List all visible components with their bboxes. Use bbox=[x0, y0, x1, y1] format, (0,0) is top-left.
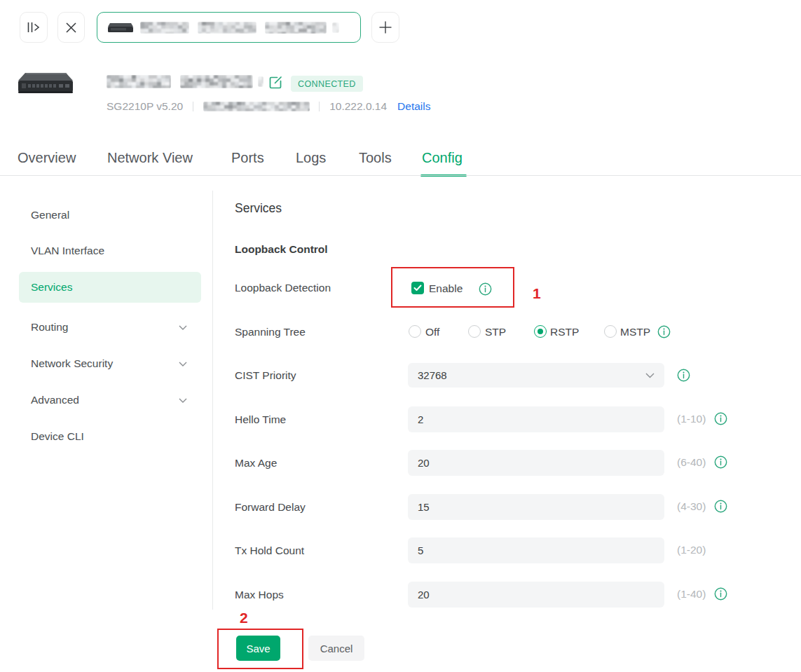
chevron-down-icon bbox=[645, 373, 655, 378]
cancel-button[interactable]: Cancel bbox=[308, 636, 364, 661]
radio-off[interactable] bbox=[409, 325, 421, 338]
tabs-divider bbox=[0, 175, 801, 176]
hello-time-range: (1-10) bbox=[677, 413, 706, 425]
radio-mstp-label[interactable]: MSTP bbox=[620, 326, 650, 338]
add-tab-button[interactable] bbox=[371, 12, 399, 43]
status-badge: CONNECTED bbox=[291, 76, 363, 92]
tx-hold-count-input[interactable]: 5 bbox=[408, 537, 664, 563]
radio-stp-label[interactable]: STP bbox=[485, 326, 506, 338]
details-link[interactable]: Details bbox=[397, 100, 430, 113]
tab-tools[interactable]: Tools bbox=[359, 150, 392, 166]
annotation-box-1 bbox=[391, 267, 514, 308]
max-age-info-icon[interactable] bbox=[714, 455, 727, 469]
annotation-step-2: 2 bbox=[240, 610, 248, 626]
cist-priority-label: CIST Priority bbox=[235, 369, 296, 382]
forward-delay-info-icon[interactable] bbox=[714, 500, 727, 513]
cist-priority-info-icon[interactable] bbox=[677, 369, 690, 382]
max-age-range: (6-40) bbox=[677, 456, 706, 469]
max-hops-info-icon[interactable] bbox=[714, 587, 727, 601]
edit-device-name-icon[interactable] bbox=[268, 75, 283, 90]
collapse-panel-icon bbox=[27, 22, 41, 33]
chevron-down-icon bbox=[179, 325, 187, 330]
max-hops-range: (1-40) bbox=[677, 588, 706, 601]
max-age-input[interactable]: 20 bbox=[408, 450, 664, 476]
collapse-panel-button[interactable] bbox=[20, 12, 48, 43]
radio-rstp[interactable] bbox=[534, 325, 547, 338]
sidebar-item-network-security[interactable]: Network Security bbox=[19, 348, 201, 379]
device-tab[interactable] bbox=[97, 12, 361, 43]
device-meta-line: SG2210P v5.20 10.222.0.14 Details bbox=[107, 100, 430, 113]
sidebar-item-services[interactable]: Services bbox=[19, 272, 201, 303]
radio-off-label[interactable]: Off bbox=[425, 326, 439, 338]
tab-network-view[interactable]: Network View bbox=[107, 150, 193, 166]
spanning-tree-info-icon[interactable] bbox=[657, 325, 671, 338]
forward-delay-input[interactable]: 15 bbox=[408, 494, 664, 520]
device-ip: 10.222.0.14 bbox=[329, 100, 387, 113]
annotation-step-1: 1 bbox=[533, 285, 541, 302]
close-tab-button[interactable] bbox=[57, 12, 85, 43]
forward-delay-label: Forward Delay bbox=[235, 501, 306, 514]
loopback-detection-label: Loopback Detection bbox=[235, 282, 331, 294]
tab-config[interactable]: Config bbox=[422, 150, 463, 166]
sidebar-item-device-cli[interactable]: Device CLI bbox=[19, 421, 201, 452]
radio-mstp[interactable] bbox=[604, 325, 617, 338]
tab-ports[interactable]: Ports bbox=[231, 150, 264, 166]
device-name-blurred bbox=[107, 75, 263, 88]
sidebar-item-routing[interactable]: Routing bbox=[19, 312, 201, 343]
forward-delay-range: (4-30) bbox=[677, 500, 706, 513]
tx-hold-count-range: (1-20) bbox=[677, 544, 706, 556]
device-tab-label-blurred bbox=[140, 22, 339, 34]
plus-icon bbox=[379, 21, 392, 34]
max-hops-input[interactable]: 20 bbox=[408, 582, 664, 608]
max-age-label: Max Age bbox=[235, 457, 277, 469]
separator bbox=[319, 102, 320, 111]
radio-stp[interactable] bbox=[468, 325, 481, 338]
device-thumbnail-icon bbox=[107, 22, 134, 34]
device-config-page: CONNECTED SG2210P v5.20 10.222.0.14 Deta… bbox=[0, 0, 801, 672]
save-button[interactable]: Save bbox=[236, 636, 280, 661]
max-hops-label: Max Hops bbox=[235, 589, 284, 601]
sidebar-divider bbox=[212, 191, 213, 610]
tab-overview[interactable]: Overview bbox=[18, 150, 76, 166]
chevron-down-icon bbox=[179, 362, 187, 366]
radio-rstp-label[interactable]: RSTP bbox=[550, 326, 579, 338]
hello-time-input[interactable]: 2 bbox=[408, 406, 664, 432]
spanning-tree-label: Spanning Tree bbox=[235, 326, 306, 338]
section-title: Loopback Control bbox=[235, 243, 328, 256]
sidebar-item-vlan-interface[interactable]: VLAN Interface bbox=[19, 235, 201, 266]
device-model: SG2210P v5.20 bbox=[107, 100, 183, 113]
sidebar-item-general[interactable]: General bbox=[19, 200, 201, 231]
cist-priority-select[interactable]: 32768 bbox=[408, 363, 664, 388]
page-title: Services bbox=[235, 201, 282, 216]
device-photo bbox=[17, 70, 76, 97]
tx-hold-count-label: Tx Hold Count bbox=[235, 544, 304, 557]
tab-logs[interactable]: Logs bbox=[296, 150, 326, 166]
device-mac-blurred bbox=[203, 102, 310, 111]
close-icon bbox=[66, 22, 76, 33]
hello-time-info-icon[interactable] bbox=[714, 412, 727, 425]
sidebar-item-advanced[interactable]: Advanced bbox=[19, 385, 201, 416]
hello-time-label: Hello Time bbox=[235, 413, 286, 426]
separator bbox=[193, 102, 193, 111]
chevron-down-icon bbox=[179, 398, 187, 403]
